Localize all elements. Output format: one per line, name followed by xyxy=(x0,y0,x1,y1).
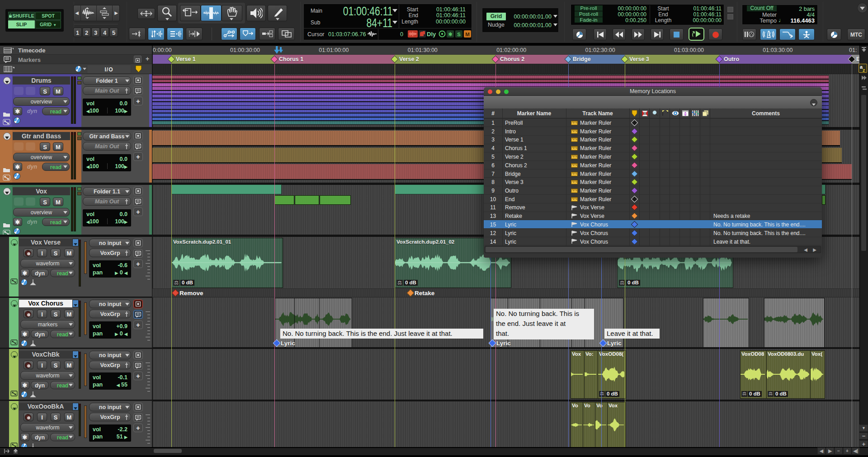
svg-text:✱: ✱ xyxy=(448,31,453,38)
svg-text:S: S xyxy=(457,32,461,37)
svg-text:M: M xyxy=(465,32,470,37)
